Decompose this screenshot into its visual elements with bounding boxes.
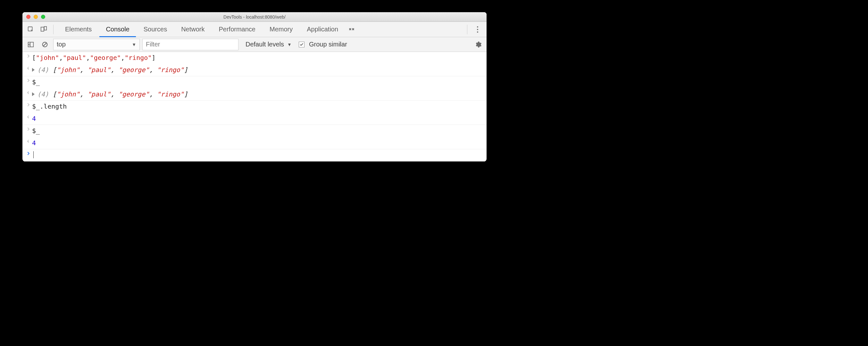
console-log[interactable]: ["john","paul","george","ringo"](4) ["jo…	[23, 52, 487, 161]
separator	[53, 25, 54, 34]
prompt-marker-icon	[25, 151, 32, 156]
tab-performance[interactable]: Performance	[213, 22, 262, 37]
more-tabs-button[interactable]	[346, 26, 358, 33]
console-input-row: ["john","paul","george","ringo"]	[23, 52, 487, 64]
log-levels-selector[interactable]: Default levels ▼	[246, 41, 292, 48]
group-similar-toggle[interactable]: Group similar	[299, 41, 347, 48]
input-marker-icon	[25, 102, 32, 107]
tab-sources[interactable]: Sources	[137, 22, 174, 37]
input-marker-icon	[25, 127, 32, 131]
devtools-menu-button[interactable]	[471, 26, 484, 33]
group-similar-checkbox[interactable]	[299, 42, 305, 48]
titlebar: DevTools - localhost:8080/web/	[23, 12, 487, 22]
expand-icon[interactable]	[32, 68, 35, 72]
output-marker-icon	[25, 90, 32, 95]
console-settings-icon[interactable]	[472, 39, 484, 50]
console-output-row: 4	[23, 137, 487, 149]
context-selector-value: top	[57, 41, 66, 48]
separator	[467, 25, 467, 34]
tab-application[interactable]: Application	[300, 22, 345, 37]
console-input-row: $_	[23, 76, 487, 88]
input-marker-icon	[25, 78, 32, 83]
devtools-window: DevTools - localhost:8080/web/ ElementsC…	[23, 12, 487, 161]
output-marker-icon	[25, 115, 32, 119]
svg-rect-1	[41, 27, 44, 31]
output-marker-icon	[25, 66, 32, 70]
console-toolbar: top ▼ Default levels ▼ Group similar	[23, 37, 487, 52]
console-output-row[interactable]: (4) ["john", "paul", "george", "ringo"]	[23, 64, 487, 76]
device-toolbar-icon[interactable]	[38, 24, 49, 35]
console-input-row: $_	[23, 125, 487, 137]
tab-network[interactable]: Network	[175, 22, 211, 37]
expand-icon[interactable]	[32, 92, 35, 96]
chevron-down-icon: ▼	[132, 42, 136, 47]
window-title: DevTools - localhost:8080/web/	[23, 14, 487, 20]
console-output-row[interactable]: (4) ["john", "paul", "george", "ringo"]	[23, 88, 487, 101]
toggle-sidebar-icon[interactable]	[25, 39, 36, 50]
console-input-row: $_.length	[23, 101, 487, 113]
context-selector[interactable]: top ▼	[53, 39, 140, 50]
tab-console[interactable]: Console	[99, 22, 135, 37]
clear-console-icon[interactable]	[39, 39, 51, 50]
group-similar-label: Group similar	[309, 41, 347, 48]
tab-elements[interactable]: Elements	[59, 22, 98, 37]
input-marker-icon	[25, 54, 32, 58]
text-cursor	[33, 151, 34, 158]
panel-tabbar: ElementsConsoleSourcesNetworkPerformance…	[23, 22, 487, 37]
inspect-element-icon[interactable]	[25, 24, 36, 35]
panel-tabs: ElementsConsoleSourcesNetworkPerformance…	[59, 22, 345, 37]
console-prompt[interactable]	[23, 149, 487, 161]
output-marker-icon	[25, 139, 32, 144]
chevron-down-icon: ▼	[287, 42, 292, 47]
log-levels-label: Default levels	[246, 41, 284, 48]
svg-rect-2	[44, 26, 46, 30]
tab-memory[interactable]: Memory	[263, 22, 299, 37]
console-output-row: 4	[23, 113, 487, 125]
filter-input[interactable]	[142, 39, 239, 50]
